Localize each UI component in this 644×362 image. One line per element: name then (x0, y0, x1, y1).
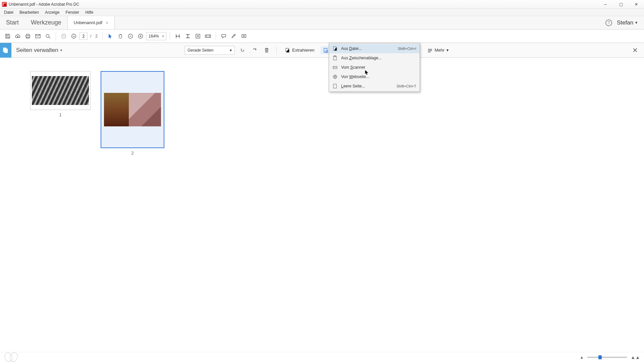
svg-point-8 (243, 35, 245, 37)
save-icon[interactable] (3, 32, 12, 41)
extract-label: Extrahieren (292, 48, 314, 53)
fit-page-icon[interactable] (183, 32, 192, 41)
separator (216, 32, 216, 41)
svg-rect-19 (428, 50, 432, 51)
tab-close-icon[interactable]: × (106, 20, 108, 25)
zoom-out-icon[interactable] (126, 32, 135, 41)
organize-pages-bar: Seiten verwalten ▾ Gerade Seiten ▾ Extra… (0, 43, 644, 58)
rotate-left-icon[interactable] (238, 46, 247, 55)
read-mode-icon[interactable] (204, 32, 212, 41)
svg-point-2 (72, 34, 76, 38)
insert-blank-page[interactable]: Leere Seite... Shift+Ctrl+T (329, 81, 420, 91)
tab-document[interactable]: Unbenannt.pdf × (67, 16, 115, 29)
tab-start[interactable]: Start (0, 16, 25, 29)
page-up-icon[interactable] (59, 32, 68, 41)
more-button[interactable]: Mehr ▾ (425, 46, 452, 54)
insert-from-webpage[interactable]: Von Webseite... (329, 72, 420, 81)
close-panel-button[interactable]: ✕ (631, 46, 639, 55)
thumbnail-image (32, 76, 89, 105)
print-icon[interactable] (23, 32, 32, 41)
fit-visible-icon[interactable] (194, 32, 202, 41)
thumbnail-size-slider[interactable] (587, 357, 627, 358)
maximize-button[interactable]: ▢ (613, 0, 629, 9)
main-toolbar: / 2 164% ▾ (0, 29, 644, 43)
page-number-label: 1 (59, 113, 62, 117)
zoom-in-icon[interactable] (136, 32, 145, 41)
menu-edit[interactable]: Bearbeiten (17, 9, 42, 15)
pointer-icon[interactable] (106, 32, 115, 41)
menu-view[interactable]: Anzeige (42, 9, 62, 15)
page-thumbnail-2[interactable]: 2 (101, 71, 164, 156)
organize-pages-title[interactable]: Seiten verwalten ▾ (11, 47, 62, 54)
page-number-label: 2 (131, 151, 134, 156)
page-filter-value: Gerade Seiten (187, 48, 213, 53)
page-total: 2 (94, 34, 99, 39)
mail-icon[interactable] (34, 32, 42, 41)
comment-icon[interactable] (219, 32, 228, 41)
more-label: Mehr (435, 48, 445, 53)
collapse-icon[interactable]: ▲ (580, 355, 584, 360)
svg-point-1 (62, 34, 66, 38)
tab-document-label: Unbenannt.pdf (74, 20, 102, 25)
chevron-down-icon: ▾ (446, 48, 449, 53)
search-icon[interactable] (44, 32, 52, 41)
page-down-icon[interactable] (69, 32, 78, 41)
help-icon[interactable]: ? (605, 19, 612, 26)
tab-tools[interactable]: Werkzeuge (25, 16, 67, 29)
shortcut-label: Shift+Ctrl+I (398, 47, 416, 51)
titlebar: Unbenannt.pdf - Adobe Acrobat Pro DC ─ ▢… (0, 0, 644, 9)
fit-width-icon[interactable] (173, 32, 182, 41)
chevron-down-icon: ▾ (60, 48, 62, 52)
menu-help[interactable]: Hilfe (83, 9, 96, 15)
svg-point-0 (46, 34, 49, 37)
page-thumbnail-1[interactable]: 1 (30, 71, 91, 117)
thumbnails-canvas[interactable]: 1 2 (0, 58, 644, 352)
window-controls: ─ ▢ ✕ (598, 0, 644, 9)
zoom-value: 164% (149, 34, 159, 39)
delete-icon[interactable] (262, 46, 271, 55)
svg-rect-7 (242, 35, 246, 38)
page-filter-select[interactable]: Gerade Seiten ▾ (184, 46, 235, 55)
slider-knob[interactable] (598, 355, 602, 359)
status-bar: ▲ ▲▲ (0, 352, 644, 362)
menubar: Datei Bearbeiten Anzeige Fenster Hilfe (0, 9, 644, 16)
organize-pages-icon[interactable] (0, 43, 11, 58)
butterfly-icon (4, 352, 19, 362)
insert-from-file[interactable]: Aus Datei... Shift+Ctrl+I (329, 44, 420, 53)
separator (56, 32, 56, 41)
insert-from-scanner[interactable]: Vom Scanner (329, 63, 420, 72)
user-menu[interactable]: Stefan ▼ (617, 19, 638, 26)
svg-rect-10 (4, 49, 8, 53)
insert-from-clipboard[interactable]: Aus Zwischenablage... (329, 53, 420, 63)
page-separator: / (89, 34, 93, 39)
tab-row: Start Werkzeuge Unbenannt.pdf × ? Stefan… (0, 16, 644, 29)
expand-icon[interactable]: ▲▲ (631, 355, 640, 360)
separator (276, 46, 277, 55)
menu-window[interactable]: Fenster (63, 9, 82, 15)
user-label: Stefan (617, 19, 633, 26)
rotate-right-icon[interactable] (250, 46, 259, 55)
zoom-select[interactable]: 164% ▾ (146, 32, 166, 40)
close-button[interactable]: ✕ (629, 0, 644, 9)
svg-rect-26 (333, 84, 336, 88)
highlight-icon[interactable] (229, 32, 238, 41)
svg-rect-20 (428, 52, 431, 52)
cloud-icon[interactable] (13, 32, 22, 41)
page-number-input[interactable] (79, 33, 88, 40)
minimize-button[interactable]: ─ (598, 0, 613, 9)
menu-file[interactable]: Datei (1, 9, 16, 15)
separator (102, 32, 103, 41)
chevron-down-icon: ▾ (162, 35, 164, 38)
svg-rect-18 (428, 49, 432, 50)
thumbnail-image (104, 93, 161, 126)
shortcut-label: Shift+Ctrl+T (396, 84, 416, 88)
stamp-icon[interactable] (239, 32, 248, 41)
window-title: Unbenannt.pdf - Adobe Acrobat Pro DC (9, 2, 79, 7)
organize-pages-label: Seiten verwalten (16, 47, 58, 54)
svg-rect-22 (333, 56, 336, 60)
extract-button[interactable]: Extrahieren (282, 46, 317, 54)
separator (170, 32, 170, 41)
insert-dropdown: Aus Datei... Shift+Ctrl+I Aus Zwischenab… (329, 43, 420, 92)
chevron-down-icon: ▼ (635, 21, 638, 24)
hand-icon[interactable] (116, 32, 125, 41)
